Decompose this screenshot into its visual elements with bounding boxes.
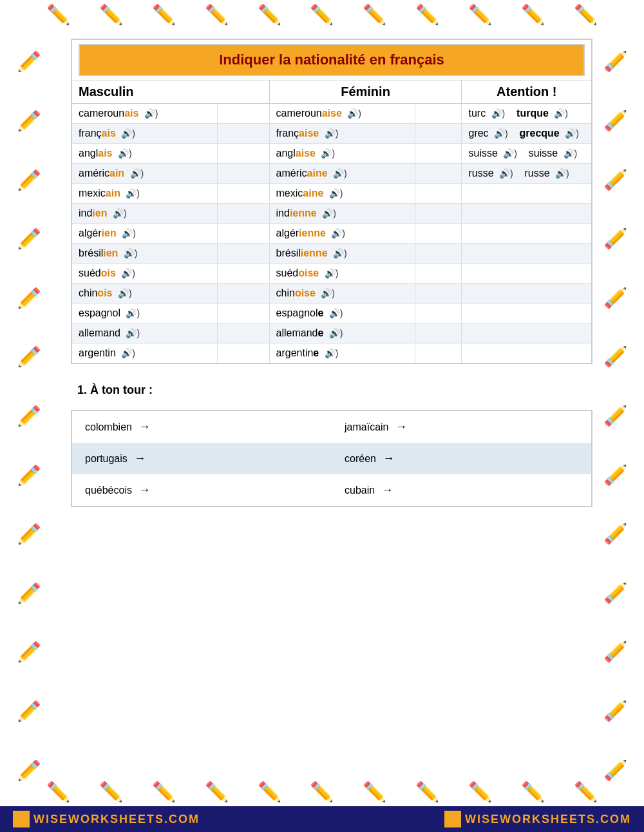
word-suffix: ois — [101, 267, 116, 278]
pencil-icon: ✏️ — [604, 699, 627, 723]
pencil-icon: ✏️ — [310, 3, 334, 26]
pencil-icon: ✏️ — [604, 109, 627, 133]
sound-button[interactable]: 🔊) — [124, 248, 138, 258]
sound-button[interactable]: 🔊) — [555, 168, 569, 179]
word-suffix: aine — [303, 188, 323, 198]
exercise-row: québécois → cubain → — [71, 474, 592, 507]
header-attention: Atention ! — [462, 81, 592, 104]
sound-button[interactable]: 🔊) — [333, 248, 347, 258]
sound-button[interactable]: 🔊) — [121, 348, 135, 358]
pencil-icon: ✏️ — [46, 3, 70, 26]
masc-word: argentin 🔊) — [71, 343, 217, 364]
sound-button[interactable]: 🔊) — [329, 188, 343, 198]
border-pencils-left: ✏️ ✏️ ✏️ ✏️ ✏️ ✏️ ✏️ ✏️ ✏️ ✏️ ✏️ ✏️ ✏️ — [6, 32, 52, 800]
exercise-right: jamaïcain → — [332, 411, 592, 443]
word-suffix: aise — [296, 148, 316, 159]
sound-button[interactable]: 🔊) — [331, 228, 345, 238]
sound-button[interactable]: 🔊) — [554, 108, 568, 119]
masc-word: américain 🔊) — [71, 164, 217, 184]
sound-button[interactable]: 🔊) — [322, 208, 336, 218]
sound-button[interactable]: 🔊) — [491, 108, 506, 119]
footer-left-text: WISEWORKSHEETS.COM — [33, 813, 200, 826]
pencil-icon: ✏️ — [604, 581, 627, 605]
sound-button[interactable]: 🔊) — [499, 168, 513, 179]
masc-word: indien 🔊) — [71, 204, 217, 224]
arrow-icon: → — [382, 483, 393, 496]
sound-button[interactable]: 🔊) — [126, 308, 140, 318]
table-row: anglais 🔊) anglaise 🔊) suisse 🔊) suisse … — [71, 144, 592, 164]
pencil-icon: ✏️ — [205, 780, 229, 803]
border-pencils-top: ✏️ ✏️ ✏️ ✏️ ✏️ ✏️ ✏️ ✏️ ✏️ ✏️ ✏️ — [32, 3, 612, 26]
exercise-left: québécois → — [71, 474, 332, 507]
fem-word: anglaise 🔊) — [269, 144, 415, 164]
sound-button[interactable]: 🔊) — [130, 168, 144, 179]
sound-button[interactable]: 🔊) — [347, 108, 361, 119]
sound-button[interactable]: 🔊) — [122, 228, 136, 238]
pencil-icon: ✏️ — [604, 759, 627, 782]
fem-word: chinoise 🔊) — [269, 284, 415, 304]
sound-button[interactable]: 🔊) — [126, 328, 140, 338]
sound-button[interactable]: 🔊) — [144, 108, 158, 119]
section-title: 1. À ton tour : — [77, 383, 592, 397]
word-suffix: ienne — [290, 208, 317, 218]
masc-word: espagnol 🔊) — [71, 304, 217, 324]
word-suffix: ain — [109, 168, 124, 179]
table-row: chinois 🔊) chinoise 🔊) — [71, 284, 592, 304]
table-row: allemand 🔊) allemande 🔊) — [71, 324, 592, 343]
footer-right: WISEWORKSHEETS.COM — [444, 811, 631, 827]
table-row: espagnol 🔊) espagnole 🔊) — [71, 304, 592, 324]
word-suffix: oise — [298, 267, 319, 278]
masc-word: camerounais 🔊) — [71, 104, 217, 124]
sound-button[interactable]: 🔊) — [321, 288, 335, 298]
sound-button[interactable]: 🔊) — [321, 148, 335, 159]
table-row: mexicain 🔊) mexicaine 🔊) — [71, 184, 592, 204]
fem-word: française 🔊) — [269, 124, 415, 144]
pencil-icon: ✏️ — [152, 3, 176, 26]
masc-word: chinois 🔊) — [71, 284, 217, 304]
exercise-table: colombien → jamaïcain → portugais → coré… — [71, 410, 592, 507]
sound-button[interactable]: 🔊) — [325, 268, 339, 278]
table-row: camerounais 🔊) camerounaise 🔊) turc 🔊) t… — [71, 104, 592, 124]
sound-button[interactable]: 🔊) — [118, 288, 132, 298]
sound-button[interactable]: 🔊) — [503, 148, 517, 159]
word-suffix: oise — [295, 287, 316, 298]
fem-word: allemande 🔊) — [269, 324, 415, 343]
pencil-icon: ✏️ — [18, 581, 41, 605]
exercise-right: cubain → — [332, 474, 592, 507]
pencil-icon: ✏️ — [18, 286, 41, 310]
border-pencils-right: ✏️ ✏️ ✏️ ✏️ ✏️ ✏️ ✏️ ✏️ ✏️ ✏️ ✏️ ✏️ ✏️ — [592, 32, 638, 800]
pencil-icon: ✏️ — [363, 780, 386, 803]
exercise-word: québécois — [85, 485, 132, 496]
sound-button[interactable]: 🔊) — [565, 128, 579, 139]
word-suffix: ois — [97, 287, 112, 298]
sound-button[interactable]: 🔊) — [333, 168, 347, 179]
word-suffix: ais — [124, 108, 138, 119]
pencil-icon: ✏️ — [18, 50, 41, 73]
arrow-icon: → — [134, 452, 146, 465]
pencil-icon: ✏️ — [18, 463, 41, 487]
sound-button[interactable]: 🔊) — [121, 268, 135, 278]
sound-button[interactable]: 🔊) — [113, 208, 127, 218]
fem-word: américaine 🔊) — [269, 164, 415, 184]
header-masculin: Masculin — [71, 81, 269, 104]
exercise-row: colombien → jamaïcain → — [71, 411, 592, 443]
fem-word: algérienne 🔊) — [269, 224, 415, 244]
pencil-icon: ✏️ — [604, 345, 627, 369]
table-row: argentin 🔊) argentine 🔊) — [71, 343, 592, 364]
sound-button[interactable]: 🔊) — [325, 348, 339, 358]
word-suffix: ien — [92, 208, 107, 218]
pencil-icon: ✏️ — [363, 3, 386, 26]
sound-button[interactable]: 🔊) — [494, 128, 508, 139]
masc-word: algérien 🔊) — [71, 224, 217, 244]
sound-button[interactable]: 🔊) — [329, 328, 343, 338]
sound-button[interactable]: 🔊) — [126, 188, 140, 198]
table-row: brésilien 🔊) brésilienne 🔊) — [71, 244, 592, 264]
vocabulary-table: Indiquer la nationalité en français Masc… — [71, 39, 592, 364]
sound-button[interactable]: 🔊) — [564, 148, 578, 159]
sound-button[interactable]: 🔊) — [121, 128, 135, 139]
sound-button[interactable]: 🔊) — [325, 128, 339, 139]
sound-button[interactable]: 🔊) — [118, 148, 132, 159]
pencil-icon: ✏️ — [152, 780, 176, 803]
sound-button[interactable]: 🔊) — [329, 308, 343, 318]
table-row: français 🔊) française 🔊) grec 🔊) grecque… — [71, 124, 592, 144]
